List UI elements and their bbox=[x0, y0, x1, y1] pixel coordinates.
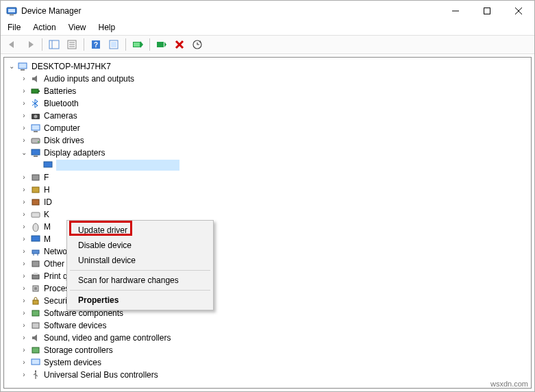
tree-item[interactable]: ›K bbox=[4, 208, 531, 221]
tree-item-audio[interactable]: ›Audio inputs and outputs bbox=[4, 73, 531, 85]
tree-item-sound[interactable]: ›Sound, video and game controllers bbox=[4, 332, 531, 344]
audio-icon bbox=[30, 73, 41, 84]
tree-item-computer[interactable]: ›Computer bbox=[4, 122, 531, 134]
help-toolbar-button[interactable]: ? bbox=[88, 37, 104, 52]
svg-rect-18 bbox=[134, 42, 140, 47]
menu-action[interactable]: Action bbox=[33, 23, 55, 32]
ctx-disable-device[interactable]: Disable device bbox=[69, 238, 212, 253]
tree-item-display-adapters[interactable]: ⌄Display adapters bbox=[4, 147, 531, 159]
tree-item[interactable]: ›H bbox=[4, 184, 531, 196]
cpu-icon bbox=[30, 283, 41, 294]
svg-rect-44 bbox=[32, 275, 39, 279]
forward-button[interactable] bbox=[22, 37, 38, 52]
chevron-right-icon[interactable]: › bbox=[19, 74, 29, 84]
component-icon bbox=[30, 308, 41, 319]
chevron-right-icon[interactable]: › bbox=[19, 321, 29, 330]
chevron-right-icon[interactable]: › bbox=[19, 308, 29, 318]
svg-rect-32 bbox=[34, 156, 38, 157]
tree-label: H bbox=[44, 184, 50, 196]
tree-label: Bluetooth bbox=[44, 97, 79, 110]
tree-label: Cameras bbox=[44, 110, 77, 122]
chevron-right-icon[interactable]: › bbox=[19, 345, 29, 355]
printer-icon bbox=[30, 271, 41, 282]
minimize-button[interactable] bbox=[440, 1, 471, 21]
chevron-right-icon[interactable]: › bbox=[19, 111, 29, 121]
app-icon bbox=[6, 5, 17, 16]
svg-rect-19 bbox=[157, 42, 164, 47]
tree-label: M bbox=[44, 233, 51, 245]
software-icon bbox=[30, 320, 41, 331]
svg-rect-49 bbox=[32, 310, 39, 316]
tree-item-system[interactable]: ›System devices bbox=[4, 356, 531, 369]
chevron-right-icon[interactable]: › bbox=[19, 370, 29, 380]
tree-item-storage[interactable]: ›Storage controllers bbox=[4, 344, 531, 356]
tree-item-sw-devices[interactable]: ›Software devices bbox=[4, 319, 531, 332]
svg-rect-45 bbox=[34, 273, 38, 275]
tree-item-batteries[interactable]: ›Batteries bbox=[4, 85, 531, 97]
properties-toolbar-button[interactable] bbox=[64, 37, 80, 52]
menu-help[interactable]: Help bbox=[99, 23, 116, 32]
chevron-right-icon[interactable]: › bbox=[19, 358, 29, 367]
chevron-right-icon[interactable]: › bbox=[19, 247, 29, 256]
chevron-right-icon[interactable]: › bbox=[19, 197, 29, 207]
svg-rect-40 bbox=[32, 250, 39, 254]
show-hide-tree-button[interactable] bbox=[46, 37, 62, 52]
close-button[interactable] bbox=[503, 1, 534, 21]
svg-point-38 bbox=[33, 223, 38, 232]
tree-item-cameras[interactable]: ›Cameras bbox=[4, 110, 531, 122]
chevron-right-icon[interactable]: › bbox=[19, 99, 29, 108]
tree-item-bluetooth[interactable]: ›Bluetooth bbox=[4, 97, 531, 110]
svg-rect-48 bbox=[33, 300, 38, 304]
ctx-separator bbox=[70, 290, 210, 291]
chevron-down-icon[interactable]: ⌄ bbox=[7, 62, 16, 71]
update-driver-toolbar-button[interactable] bbox=[129, 37, 146, 52]
svg-rect-21 bbox=[18, 63, 27, 69]
tree-item-usb[interactable]: ›Universal Serial Bus controllers bbox=[4, 369, 531, 381]
menu-view[interactable]: View bbox=[69, 23, 86, 32]
device-icon bbox=[30, 184, 41, 195]
svg-point-30 bbox=[38, 141, 39, 143]
tree-root[interactable]: ⌄ DESKTOP-MHJ7HK7 bbox=[4, 60, 531, 73]
chevron-right-icon[interactable]: › bbox=[19, 259, 29, 269]
tree-item[interactable]: ›ID bbox=[4, 196, 531, 208]
svg-rect-1 bbox=[8, 9, 15, 12]
svg-rect-35 bbox=[32, 187, 39, 193]
svg-rect-28 bbox=[34, 131, 38, 132]
tree-item[interactable]: ›F bbox=[4, 171, 531, 184]
chevron-right-icon[interactable]: › bbox=[19, 271, 29, 281]
disk-icon bbox=[30, 135, 41, 146]
bluetooth-icon bbox=[30, 98, 41, 109]
tree-item-selected-display-device[interactable] bbox=[4, 159, 531, 171]
action-toolbar-button[interactable] bbox=[105, 37, 122, 52]
ctx-update-driver[interactable]: Update driver bbox=[69, 223, 212, 238]
tree-item-disk-drives[interactable]: ›Disk drives bbox=[4, 134, 531, 147]
chevron-right-icon[interactable]: › bbox=[19, 136, 29, 145]
tree-label: K bbox=[44, 208, 49, 221]
svg-rect-36 bbox=[32, 199, 39, 205]
chevron-right-icon[interactable]: › bbox=[19, 86, 29, 96]
root-label: DESKTOP-MHJ7HK7 bbox=[32, 60, 111, 73]
chevron-right-icon[interactable]: › bbox=[19, 333, 29, 343]
ctx-scan-hardware[interactable]: Scan for hardware changes bbox=[69, 273, 212, 288]
scan-hardware-toolbar-button[interactable] bbox=[189, 37, 206, 52]
enable-device-toolbar-button[interactable] bbox=[153, 37, 170, 52]
ctx-properties[interactable]: Properties bbox=[69, 293, 212, 308]
chevron-right-icon[interactable]: › bbox=[19, 123, 29, 133]
selected-device bbox=[56, 160, 179, 171]
ctx-uninstall-device[interactable]: Uninstall device bbox=[69, 253, 212, 268]
chevron-right-icon[interactable]: › bbox=[19, 210, 29, 219]
security-icon bbox=[30, 295, 41, 306]
chevron-right-icon[interactable]: › bbox=[19, 222, 29, 232]
back-button[interactable] bbox=[4, 37, 21, 52]
maximize-button[interactable] bbox=[471, 1, 503, 21]
chevron-right-icon[interactable]: › bbox=[19, 185, 29, 195]
uninstall-device-toolbar-button[interactable] bbox=[171, 37, 188, 52]
chevron-right-icon[interactable]: › bbox=[19, 296, 29, 306]
svg-rect-39 bbox=[32, 236, 40, 241]
chevron-right-icon[interactable]: › bbox=[19, 173, 29, 182]
chevron-right-icon[interactable]: › bbox=[19, 284, 29, 293]
tree-label: Disk drives bbox=[44, 134, 84, 147]
chevron-right-icon[interactable]: › bbox=[19, 234, 29, 244]
chevron-down-icon[interactable]: ⌄ bbox=[19, 148, 29, 158]
menu-file[interactable]: File bbox=[8, 23, 21, 32]
